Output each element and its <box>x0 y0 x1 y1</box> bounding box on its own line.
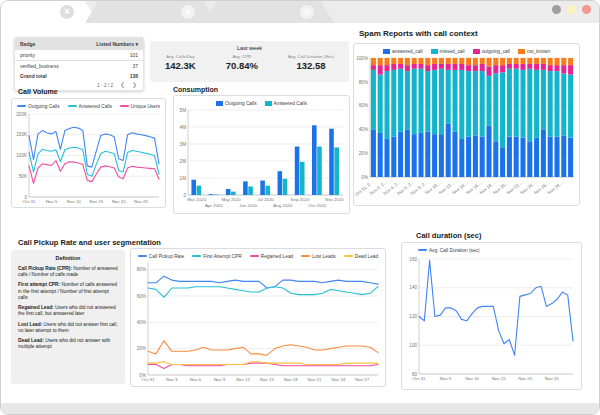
metric-avg-calls-day: Avg. Calls/Day 142.3K <box>165 54 196 71</box>
window-bottom-bar <box>1 403 600 415</box>
cpr-chart-legend: Call Pickup RateFirst Attempt CPRRegaine… <box>131 249 385 260</box>
browser-tab-3[interactable]: × <box>204 1 334 23</box>
listed-numbers-header[interactable]: Listed Numbers ▾ <box>96 41 138 47</box>
svg-text:Nov 3: Nov 3 <box>166 377 178 382</box>
window-control-dot[interactable] <box>552 5 561 14</box>
legend-swatch <box>383 49 390 54</box>
legend-swatch <box>250 255 259 257</box>
svg-text:100: 100 <box>409 343 417 348</box>
svg-text:Nov 20: Nov 20 <box>112 199 126 204</box>
call-duration-card: Avg. Call Duration (sec) 80100120140160O… <box>401 242 582 390</box>
sort-arrow-icon[interactable]: ▾ <box>135 41 138 47</box>
svg-text:100K: 100K <box>16 153 28 158</box>
svg-text:Nov 15: Nov 15 <box>492 376 506 381</box>
svg-text:Oct 31: Oct 31 <box>413 376 426 381</box>
svg-text:Sep 2020: Sep 2020 <box>291 197 310 202</box>
pagination-label: 1 - 2 / 2 <box>97 83 113 88</box>
browser-chrome: × × × <box>1 1 600 23</box>
badge-column-header: Badge <box>20 41 35 47</box>
definition-item: First attempt CPR: Number of calls answe… <box>18 282 118 301</box>
legend-item: Unique Users <box>120 104 160 109</box>
svg-text:80%: 80% <box>137 267 146 272</box>
dashboard: Badge Listed Numbers ▾ priority 101 veri… <box>1 23 600 403</box>
tab-close-icon[interactable]: × <box>60 5 74 19</box>
svg-text:Nov 15: Nov 15 <box>89 199 103 204</box>
legend-item: not_known <box>518 49 550 54</box>
svg-text:100%: 100% <box>356 56 368 61</box>
svg-text:Oct 31: Oct 31 <box>142 377 155 382</box>
svg-text:Nov 20: Nov 20 <box>518 376 532 381</box>
svg-text:Jun 2020: Jun 2020 <box>239 203 258 208</box>
svg-text:120: 120 <box>409 314 417 319</box>
table-total-row: Grand total 138 <box>15 71 143 81</box>
svg-text:5M: 5M <box>180 108 187 113</box>
legend-swatch <box>120 105 129 107</box>
call-volume-line-chart: 050K100K150K200KOct 31Nov 5Nov 10Nov 15N… <box>12 110 163 207</box>
call-duration-legend: Avg. Call Duration (sec) <box>402 243 581 254</box>
browser-tab-2[interactable]: × <box>85 1 217 23</box>
svg-text:Nov 27: Nov 27 <box>355 377 369 382</box>
definition-box: Definition Call Pickup Rate (CPR): Numbe… <box>11 250 125 384</box>
svg-text:40%: 40% <box>137 320 146 325</box>
tab-close-icon[interactable]: × <box>300 5 314 19</box>
definition-item: Dead Lead: Users who did not answer with… <box>18 338 118 350</box>
legend-swatch <box>192 255 201 257</box>
call-volume-title: Call Volume <box>18 88 58 95</box>
definition-title: Definition <box>18 255 118 262</box>
svg-text:2M: 2M <box>180 159 187 164</box>
svg-text:Nov 18: Nov 18 <box>284 377 298 382</box>
window-control-dot[interactable] <box>582 5 591 14</box>
svg-text:Nov 21: Nov 21 <box>308 377 322 382</box>
badge-table-header: Badge Listed Numbers ▾ <box>15 38 143 50</box>
svg-text:Apr 2020: Apr 2020 <box>205 203 223 208</box>
svg-text:Jul 2020: Jul 2020 <box>257 197 274 202</box>
next-page-button[interactable]: ❯ <box>132 83 137 88</box>
svg-text:Nov 10: Nov 10 <box>465 376 479 381</box>
svg-text:60%: 60% <box>137 294 146 299</box>
browser-tab-active[interactable]: × <box>1 1 98 23</box>
svg-text:Nov 6: Nov 6 <box>190 377 202 382</box>
legend-item: Answered Calls <box>265 101 307 106</box>
svg-text:Mar 2020: Mar 2020 <box>187 197 206 202</box>
svg-text:4M: 4M <box>180 125 187 130</box>
tab-close-icon[interactable]: × <box>181 5 195 19</box>
svg-text:Nov 15: Nov 15 <box>260 377 274 382</box>
svg-text:1M: 1M <box>180 176 187 181</box>
badge-table-card: Badge Listed Numbers ▾ priority 101 veri… <box>14 37 144 91</box>
prev-page-button[interactable]: ❮ <box>120 83 125 88</box>
legend-swatch <box>138 255 147 257</box>
svg-text:20%: 20% <box>359 151 368 156</box>
call-duration-line-chart: 80100120140160Oct 31Nov 5Nov 10Nov 15Nov… <box>402 254 579 386</box>
svg-text:Nov 2020: Nov 2020 <box>325 197 344 202</box>
svg-text:0: 0 <box>183 193 186 198</box>
legend-swatch <box>418 249 427 251</box>
legend-swatch <box>344 255 353 257</box>
call-volume-card: Outgoing CallsAnswered CallsUnique Users… <box>11 98 166 208</box>
definition-item: Lost Lead: Users who did not answer firs… <box>18 322 118 334</box>
svg-text:May 2020: May 2020 <box>221 197 241 202</box>
window-control-dot[interactable] <box>567 5 576 14</box>
legend-item: Answered Calls <box>68 104 112 109</box>
last-week-scorecard: Last week Avg. Calls/Day 142.3K Avg. CPR… <box>150 41 349 82</box>
legend-swatch <box>301 255 310 257</box>
definition-item: Call Pickup Rate (CPR): Number of answer… <box>18 266 118 278</box>
svg-text:Nov 25: Nov 25 <box>134 199 148 204</box>
legend-swatch <box>518 49 525 54</box>
table-row: priority 101 <box>15 50 143 60</box>
table-row: verified_business 37 <box>15 61 143 71</box>
spam-stacked-bar-chart: 0%20%40%60%80%100%Oct 31, 2...Nov 2, 2..… <box>354 55 577 201</box>
svg-text:50K: 50K <box>19 174 28 179</box>
svg-text:Nov 12: Nov 12 <box>236 377 250 382</box>
spam-chart-legend: answered_callmissed_calloutgoing_callnot… <box>354 44 579 55</box>
consumption-legend: Outgoing CallsAnswered Calls <box>174 96 349 107</box>
legend-item: missed_call <box>431 49 465 54</box>
call-volume-legend: Outgoing CallsAnswered CallsUnique Users <box>12 99 165 110</box>
svg-text:Nov 10: Nov 10 <box>67 199 81 204</box>
cpr-chart-card: Call Pickup RateFirst Attempt CPRRegaine… <box>130 248 386 387</box>
legend-item: Call Pickup Rate <box>138 254 184 259</box>
svg-text:40%: 40% <box>359 127 368 132</box>
metric-avg-call-duration: Avg. Call Duration (Sec) 132.58 <box>288 54 334 71</box>
definition-item: Regained Lead: Users who did not answere… <box>18 305 118 317</box>
scorecard-title: Last week <box>150 41 349 51</box>
legend-item: Dead Lead <box>344 254 378 259</box>
